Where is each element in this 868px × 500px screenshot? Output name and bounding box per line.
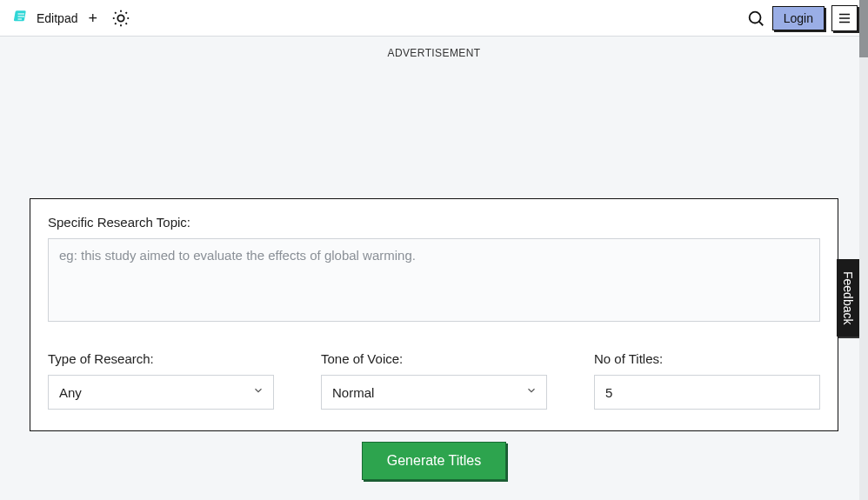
brand-name: Editpad xyxy=(37,11,77,25)
feedback-tab[interactable]: Feedback xyxy=(837,259,859,337)
tone-label: Tone of Voice: xyxy=(321,351,547,366)
svg-line-11 xyxy=(115,23,116,23)
svg-point-4 xyxy=(117,15,124,21)
sun-icon[interactable] xyxy=(111,9,130,28)
generate-titles-button[interactable]: Generate Titles xyxy=(362,442,507,480)
count-label: No of Titles: xyxy=(594,351,820,366)
vertical-scrollbar[interactable] xyxy=(859,0,868,500)
tone-of-voice-select[interactable]: Normal xyxy=(321,375,547,410)
svg-line-8 xyxy=(126,23,127,23)
type-label: Type of Research: xyxy=(48,351,274,366)
chevron-down-icon xyxy=(525,384,537,400)
login-button[interactable]: Login xyxy=(772,6,825,30)
svg-line-14 xyxy=(758,21,763,25)
plus-icon[interactable]: + xyxy=(88,10,97,26)
header-right: Login xyxy=(746,5,858,31)
header-left: Editpad + xyxy=(14,9,130,28)
advertisement-label: ADVERTISEMENT xyxy=(0,47,868,59)
title-generator-form: Specific Research Topic: Type of Researc… xyxy=(30,198,838,431)
search-icon[interactable] xyxy=(746,9,765,28)
menu-button[interactable] xyxy=(831,5,858,31)
topic-textarea[interactable] xyxy=(48,238,820,322)
app-header: Editpad + Login xyxy=(0,0,868,37)
svg-line-12 xyxy=(126,12,127,13)
logo-icon xyxy=(14,9,30,28)
svg-line-7 xyxy=(115,12,116,13)
options-row: Type of Research: Any Tone of Voice: Nor… xyxy=(48,351,820,410)
tone-of-voice-field: Tone of Voice: Normal xyxy=(321,351,547,410)
number-of-titles-field: No of Titles: xyxy=(594,351,820,410)
tone-value: Normal xyxy=(332,385,374,400)
scrollbar-thumb[interactable] xyxy=(859,0,868,57)
type-of-research-select[interactable]: Any xyxy=(48,375,274,410)
svg-point-13 xyxy=(749,11,760,23)
number-of-titles-input[interactable] xyxy=(594,375,820,410)
type-of-research-field: Type of Research: Any xyxy=(48,351,274,410)
type-value: Any xyxy=(59,385,82,400)
chevron-down-icon xyxy=(252,384,264,400)
topic-label: Specific Research Topic: xyxy=(48,215,820,230)
